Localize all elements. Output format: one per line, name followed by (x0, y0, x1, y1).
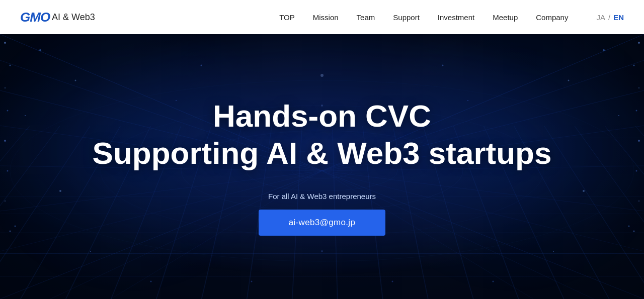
nav-team[interactable]: Team (357, 13, 375, 22)
lang-separator: / (608, 13, 610, 22)
lang-ja[interactable]: JA (596, 13, 605, 22)
lang-en[interactable]: EN (613, 13, 624, 22)
nav-support[interactable]: Support (393, 13, 420, 22)
hero-section: Hands-on CVC Supporting AI & Web3 startu… (0, 0, 644, 299)
hero-title: Hands-on CVC Supporting AI & Web3 startu… (93, 97, 552, 172)
hero-title-line1: Hands-on CVC (213, 98, 431, 133)
hero-content: Hands-on CVC Supporting AI & Web3 startu… (93, 63, 552, 236)
nav-mission[interactable]: Mission (313, 13, 339, 22)
logo[interactable]: GMO AI & Web3 (20, 10, 95, 25)
nav-investment[interactable]: Investment (438, 13, 474, 22)
hero-cta-button[interactable]: ai-web3@gmo.jp (259, 210, 386, 236)
logo-text: AI & Web3 (52, 12, 95, 23)
logo-gmo: GMO (20, 10, 50, 25)
nav-company[interactable]: Company (536, 13, 568, 22)
site-header: GMO AI & Web3 TOP Mission Team Support I… (0, 0, 644, 34)
main-nav: TOP Mission Team Support Investment Meet… (279, 13, 624, 22)
nav-meetup[interactable]: Meetup (493, 13, 518, 22)
nav-top[interactable]: TOP (279, 13, 295, 22)
lang-switcher: JA / EN (596, 13, 624, 22)
hero-subtitle: For all AI & Web3 entrepreneurs (93, 192, 552, 201)
hero-title-line2: Supporting AI & Web3 startups (93, 136, 552, 170)
